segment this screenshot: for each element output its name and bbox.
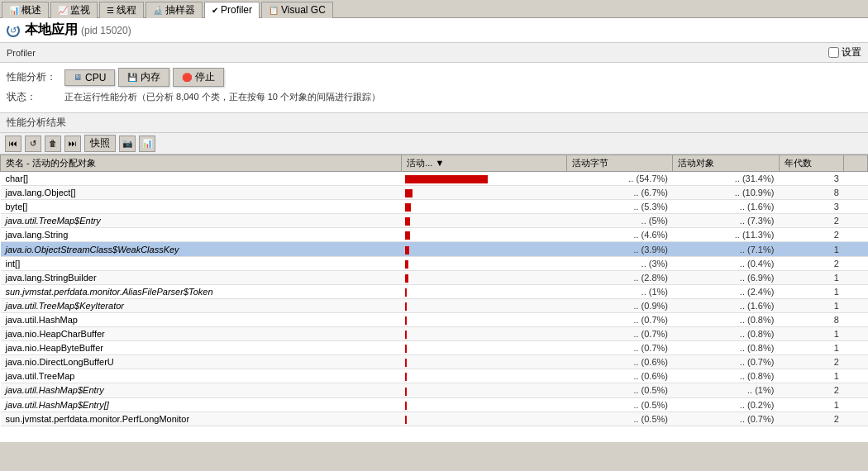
tool-btn-3[interactable]: 🗑 — [45, 136, 61, 152]
toolbar: ⏮ ↺ 🗑 ⏭ 快照 📷 📊 — [0, 133, 868, 155]
memory-button[interactable]: 💾 内存 — [118, 68, 169, 87]
cell-bytes: .. (0.5%) — [567, 383, 673, 397]
table-row[interactable]: char[] .. (54.7%) .. (31.4%) 3 — [1, 172, 868, 186]
cell-extra — [844, 270, 868, 284]
cell-extra — [844, 172, 868, 186]
cell-objects: .. (0.7%) — [673, 355, 779, 369]
tab-monitor[interactable]: 📈 监视 — [50, 2, 98, 18]
profiler-bar: Profiler 设置 — [0, 43, 868, 63]
table-row[interactable]: java.nio.DirectLongBufferU .. (0.6%) .. … — [1, 355, 868, 369]
tab-overview[interactable]: 📊 概述 — [2, 2, 49, 18]
table-row[interactable]: java.nio.HeapCharBuffer .. (0.7%) .. (0.… — [1, 327, 868, 341]
table-row[interactable]: java.util.HashMap$Entry[] .. (0.5%) .. (… — [1, 397, 868, 412]
cell-objects: .. (1.6%) — [673, 200, 779, 214]
cell-bytes: .. (1%) — [567, 284, 673, 298]
snapshot-button[interactable]: 快照 — [84, 135, 116, 152]
cell-objects: .. (7.3%) — [673, 214, 779, 228]
table-row[interactable]: java.lang.StringBuilder .. (2.8%) .. (6.… — [1, 270, 868, 284]
cell-extra — [844, 298, 868, 312]
cell-gen: 8 — [779, 186, 843, 200]
cell-bytes: .. (0.9%) — [567, 298, 673, 312]
stop-button[interactable]: 🛑 停止 — [173, 68, 224, 87]
table-row[interactable]: java.util.TreeMap .. (0.6%) .. (0.8%) 1 — [1, 369, 868, 383]
table-row[interactable]: sun.jvmstat.perfdata.monitor.AliasFilePa… — [1, 284, 868, 298]
tab-threads[interactable]: ☰ 线程 — [99, 2, 144, 18]
cell-bar — [402, 214, 567, 228]
table-row[interactable]: int[] .. (3%) .. (0.4%) 2 — [1, 256, 868, 270]
cell-gen: 2 — [779, 256, 843, 270]
cell-bar — [402, 327, 567, 341]
cell-bytes: .. (0.7%) — [567, 327, 673, 341]
cell-gen: 1 — [779, 397, 843, 412]
perf-analysis-row: 性能分析： 🖥 CPU 💾 内存 🛑 停止 — [7, 68, 861, 87]
cell-class-name: java.util.HashMap$Entry — [1, 383, 402, 397]
cpu-label: CPU — [85, 72, 106, 83]
col-gen[interactable]: 年代数 — [779, 155, 843, 172]
cpu-button[interactable]: 🖥 CPU — [64, 69, 115, 86]
tool-btn-1[interactable]: ⏮ — [5, 136, 21, 152]
cell-class-name: java.lang.StringBuilder — [1, 270, 402, 284]
cell-bytes: .. (6.7%) — [567, 186, 673, 200]
cell-class-name: java.lang.Object[] — [1, 186, 402, 200]
cell-gen: 2 — [779, 214, 843, 228]
cell-objects: .. (6.9%) — [673, 270, 779, 284]
cell-extra — [844, 397, 868, 412]
cell-class-name: java.util.HashMap — [1, 312, 402, 326]
table-row[interactable]: java.lang.Object[] .. (6.7%) .. (10.9%) … — [1, 186, 868, 200]
cell-objects: .. (11.3%) — [673, 228, 779, 242]
table-row[interactable]: byte[] .. (5.3%) .. (1.6%) 3 — [1, 200, 868, 214]
tool-btn-5[interactable]: 📷 — [119, 136, 136, 152]
settings-checkbox[interactable] — [828, 47, 839, 58]
cell-objects: .. (10.9%) — [673, 186, 779, 200]
cell-bytes: .. (0.7%) — [567, 312, 673, 326]
cell-extra — [844, 383, 868, 397]
stop-icon: 🛑 — [182, 73, 192, 82]
tab-visual-gc[interactable]: 📋 Visual GC — [261, 2, 333, 18]
tool-btn-4[interactable]: ⏭ — [64, 136, 81, 152]
profiler-label: Profiler — [7, 48, 36, 58]
table-row[interactable]: java.nio.HeapByteBuffer .. (0.7%) .. (0.… — [1, 341, 868, 355]
cell-objects: .. (0.7%) — [673, 412, 779, 426]
cell-gen: 3 — [779, 200, 843, 214]
table-row[interactable]: java.util.HashMap .. (0.7%) .. (0.8%) 8 — [1, 312, 868, 326]
cell-bar — [402, 242, 567, 256]
cell-extra — [844, 256, 868, 270]
cell-class-name: java.nio.DirectLongBufferU — [1, 355, 402, 369]
cell-gen: 1 — [779, 327, 843, 341]
cell-class-name: java.util.HashMap$Entry[] — [1, 397, 402, 412]
title-bar: ↺ 本地应用 (pid 15020) — [0, 18, 868, 43]
table-row[interactable]: java.util.TreeMap$KeyIterator .. (0.9%) … — [1, 298, 868, 312]
col-active[interactable]: 活动... ▼ — [402, 155, 567, 172]
tab-profiler[interactable]: ✔ Profiler — [204, 2, 260, 18]
cell-class-name: char[] — [1, 172, 402, 186]
table-row[interactable]: sun.jvmstat.perfdata.monitor.PerfLongMon… — [1, 412, 868, 426]
tool-btn-2[interactable]: ↺ — [25, 136, 41, 152]
cell-bytes: .. (5%) — [567, 214, 673, 228]
cell-class-name: java.nio.HeapByteBuffer — [1, 341, 402, 355]
table-row[interactable]: java.lang.String .. (4.6%) .. (11.3%) 2 — [1, 228, 868, 242]
settings-checkbox-area[interactable]: 设置 — [828, 45, 861, 59]
cell-extra — [844, 214, 868, 228]
tool-btn-6[interactable]: 📊 — [139, 136, 155, 152]
cell-extra — [844, 355, 868, 369]
cell-bar — [402, 355, 567, 369]
cell-bar — [402, 228, 567, 242]
col-class-name[interactable]: 类名 - 活动的分配对象 — [1, 155, 402, 172]
status-row: 状态： 正在运行性能分析（已分析 8,040 个类，正在按每 10 个对象的间隔… — [7, 90, 861, 104]
cell-class-name: byte[] — [1, 200, 402, 214]
cell-bar — [402, 284, 567, 298]
col-bytes[interactable]: 活动字节 — [567, 155, 673, 172]
table-row[interactable]: java.io.ObjectStreamClass$WeakClassKey .… — [1, 242, 868, 256]
col-objects[interactable]: 活动对象 — [673, 155, 779, 172]
allocations-table: 类名 - 活动的分配对象 活动... ▼ 活动字节 活动对象 年代数 char[… — [0, 155, 868, 426]
tab-sampler[interactable]: 🔬 抽样器 — [145, 2, 203, 18]
refresh-icon[interactable]: ↺ — [7, 24, 20, 37]
cell-gen: 1 — [779, 369, 843, 383]
cell-gen: 2 — [779, 383, 843, 397]
cell-objects: .. (0.2%) — [673, 397, 779, 412]
data-table-container[interactable]: 类名 - 活动的分配对象 活动... ▼ 活动字节 活动对象 年代数 char[… — [0, 155, 868, 442]
col-extra — [844, 155, 868, 172]
table-row[interactable]: java.util.HashMap$Entry .. (0.5%) .. (1%… — [1, 383, 868, 397]
table-row[interactable]: java.util.TreeMap$Entry .. (5%) .. (7.3%… — [1, 214, 868, 228]
cell-bar — [402, 172, 567, 186]
